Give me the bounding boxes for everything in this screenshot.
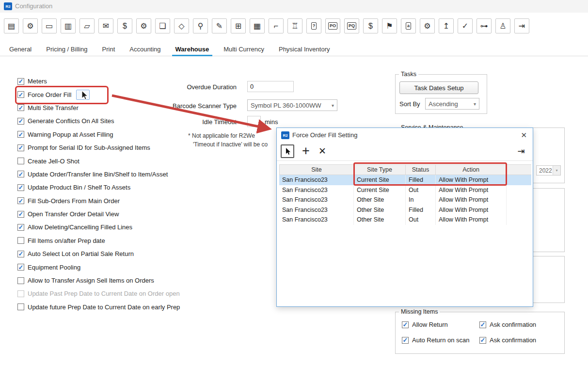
checkbox-ask-confirmation-3[interactable]: ✓ bbox=[479, 337, 486, 344]
mail-icon: ✉ bbox=[103, 22, 109, 30]
checkbox-auto-return-on-scan-2[interactable]: ✓ bbox=[402, 337, 409, 344]
checkbox-warning-popup-at-asset-filling[interactable]: ✓ bbox=[17, 131, 24, 138]
table-row-1[interactable]: San Francisco23Current SiteOutAllow With… bbox=[279, 185, 531, 195]
truck-button[interactable]: ▱ bbox=[79, 18, 95, 33]
checkbox-ask-confirmation-1[interactable]: ✓ bbox=[479, 321, 486, 328]
table-row-3[interactable]: San Francisco23Other SiteFilledAllow Wit… bbox=[279, 205, 531, 215]
column-header-status[interactable]: Status bbox=[406, 165, 436, 175]
table-row-4[interactable]: San Francisco23Other SiteOutAllow With P… bbox=[279, 215, 531, 225]
checkbox-prompt-for-serial-id-for-sub-assigned-items[interactable]: ✓ bbox=[17, 144, 24, 151]
settings-button[interactable]: ⚙ bbox=[23, 18, 38, 33]
label-update-product-bin-shelf-to-assets: Update Product Bin / Shelf To Assets bbox=[28, 184, 130, 191]
scanner-button[interactable]: ⌐ bbox=[269, 18, 284, 33]
task-dates-setup-button[interactable]: Task Dates Setup bbox=[399, 81, 478, 94]
print-button[interactable]: ▥ bbox=[61, 18, 76, 33]
checkbox-auto-select-lot-on-partial-sale-return[interactable]: ✓ bbox=[17, 251, 24, 257]
tab-physical-inventory[interactable]: Physical Inventory bbox=[271, 43, 337, 56]
checkbox-fill-items-on-after-prep-date[interactable] bbox=[17, 237, 24, 244]
cell-site-type: Current Site bbox=[354, 185, 406, 195]
checkbox-create-jell-o-shot[interactable] bbox=[17, 158, 24, 164]
checkbox-update-order-transfer-line-bin-shelf-to-item-asset[interactable]: ✓ bbox=[17, 171, 24, 177]
cell-action: Allow With Prompt bbox=[436, 185, 507, 195]
year-select[interactable]: 2022 ▾ bbox=[536, 165, 561, 176]
calendar-button[interactable]: ▦ bbox=[250, 18, 265, 33]
tab-bar: GeneralPricing / BillingPrintAccountingW… bbox=[0, 43, 588, 56]
bank-button[interactable]: ♖ bbox=[287, 18, 302, 33]
column-header-site[interactable]: Site bbox=[279, 165, 354, 175]
sort-by-select[interactable]: Ascending ▾ bbox=[425, 98, 479, 110]
key-button[interactable]: ⊶ bbox=[477, 18, 492, 33]
brush-button[interactable]: ✎ bbox=[212, 18, 227, 33]
checkbox-generate-conflicts-on-all-sites[interactable]: ✓ bbox=[17, 118, 24, 125]
checkbox-open-transfer-order-detail-view[interactable]: ✓ bbox=[17, 211, 24, 218]
tag-button[interactable]: ◇ bbox=[174, 18, 189, 33]
configuration-window: R2 Configuration ▤⚙▭▥▱✉$⚙❏◇⚲✎⊞▦⌐♖?POPQ$⚑… bbox=[0, 0, 588, 367]
cell-site: San Francisco23 bbox=[279, 185, 354, 195]
checkbox-fill-sub-orders-from-main-order[interactable]: ✓ bbox=[17, 197, 24, 204]
tab-pricing-billing[interactable]: Pricing / Billing bbox=[39, 43, 95, 56]
checkbox-update-future-prep-date-to-current-date-on-early-prep[interactable] bbox=[17, 303, 24, 310]
tab-print[interactable]: Print bbox=[95, 43, 123, 56]
gear-doc-button[interactable]: ⚙ bbox=[420, 18, 435, 33]
delete-row-button[interactable]: ✕ bbox=[316, 144, 329, 158]
label-warning-popup-at-asset-filling: Warning Popup at Asset Filling bbox=[28, 131, 113, 138]
label-fill-items-on-after-prep-date: Fill Items on/after Prep date bbox=[28, 237, 105, 244]
year-dropdown-button[interactable]: ▾ bbox=[553, 166, 560, 175]
checkbox-allow-return-0[interactable]: ✓ bbox=[402, 321, 409, 328]
checkbox-equipment-pooling[interactable]: ✓ bbox=[17, 264, 24, 271]
table-row-2[interactable]: San Francisco23Other SiteInAllow With Pr… bbox=[279, 195, 531, 205]
settings-icon: ⚙ bbox=[27, 22, 33, 30]
shield-dollar-button[interactable]: $ bbox=[363, 18, 378, 33]
barcode-scanner-type-select[interactable]: Symbol PL 360-1000WW ▾ bbox=[247, 99, 337, 111]
module-settings-button[interactable]: ⚙ bbox=[136, 18, 151, 33]
checkbox-allow-deleting-cancelling-filled-lines[interactable]: ✓ bbox=[17, 224, 24, 231]
tab-multi-currency[interactable]: Multi Currency bbox=[216, 43, 271, 56]
po-button[interactable]: PO bbox=[325, 18, 340, 33]
tab-general[interactable]: General bbox=[2, 43, 39, 56]
grid-adjust-button[interactable]: ⊞ bbox=[231, 18, 246, 33]
idle-timeout-input[interactable] bbox=[247, 116, 261, 127]
add-row-button[interactable]: + bbox=[299, 144, 313, 158]
save-button[interactable]: ▤ bbox=[4, 18, 19, 33]
search-settings-button[interactable]: ⚲ bbox=[193, 18, 208, 33]
checkbox-allow-to-transfer-assign-sell-items-on-orders[interactable] bbox=[17, 277, 24, 284]
pq-button[interactable]: PQ bbox=[344, 18, 359, 33]
label-prompt-for-serial-id-for-sub-assigned-items: Prompt for Serial ID for Sub-Assigned It… bbox=[28, 144, 150, 151]
brush-icon: ✎ bbox=[216, 22, 222, 30]
dialog-close-button[interactable]: ✕ bbox=[521, 128, 527, 143]
option-update-order-transfer-line-bin-shelf-to-item-asset: ✓Update Order/Transfer line Bin/Shelf to… bbox=[17, 168, 226, 181]
checkbox-multi-site-transfer[interactable]: ✓ bbox=[17, 104, 24, 111]
logout-button[interactable]: ⇥ bbox=[514, 18, 529, 33]
chevron-down-icon: ▾ bbox=[474, 101, 476, 107]
dialog-exit-button[interactable]: ⇥ bbox=[514, 144, 528, 158]
help-button[interactable]: ? bbox=[306, 18, 321, 33]
upload-button[interactable]: ↥ bbox=[439, 18, 454, 33]
checkbox-update-product-bin-shelf-to-assets[interactable]: ✓ bbox=[17, 184, 24, 191]
print-icon: ▥ bbox=[64, 22, 72, 30]
shield-check-icon: ✓ bbox=[462, 22, 468, 30]
currency-settings-button[interactable]: $ bbox=[117, 18, 132, 33]
overdue-duration-input[interactable] bbox=[247, 81, 294, 92]
currency-settings-icon: $ bbox=[123, 22, 127, 30]
tab-warehouse[interactable]: Warehouse bbox=[168, 43, 217, 56]
tab-accounting[interactable]: Accounting bbox=[122, 43, 168, 56]
folder-button[interactable]: ❏ bbox=[155, 18, 170, 33]
label-auto-select-lot-on-partial-sale-return: Auto Select Lot on Partial Sale Return bbox=[28, 250, 134, 257]
checkbox-meters[interactable]: ✓ bbox=[17, 78, 24, 85]
card-button[interactable]: ▭ bbox=[42, 18, 57, 33]
option-create-jell-o-shot: Create Jell-O Shot bbox=[17, 154, 226, 167]
column-header-site-type[interactable]: Site Type bbox=[354, 165, 406, 175]
shield-check-button[interactable]: ✓ bbox=[458, 18, 473, 33]
column-header-action[interactable]: Action bbox=[436, 165, 507, 175]
checkbox-force-order-fill[interactable]: ✓ bbox=[17, 91, 24, 98]
address-book-button[interactable]: a bbox=[401, 18, 416, 33]
mail-button[interactable]: ✉ bbox=[98, 18, 113, 33]
sort-by-label: Sort By bbox=[399, 100, 420, 108]
logout-icon: ⇥ bbox=[519, 22, 525, 30]
cell-action: Allow With Prompt bbox=[436, 205, 507, 215]
select-tool-button[interactable] bbox=[281, 144, 294, 158]
force-order-fill-settings-button[interactable] bbox=[76, 90, 90, 100]
flag-button[interactable]: ⚑ bbox=[382, 18, 397, 33]
table-row-0[interactable]: San Francisco23Current SiteFilledAllow W… bbox=[279, 175, 531, 185]
user-badge-button[interactable]: ♙ bbox=[495, 18, 510, 33]
